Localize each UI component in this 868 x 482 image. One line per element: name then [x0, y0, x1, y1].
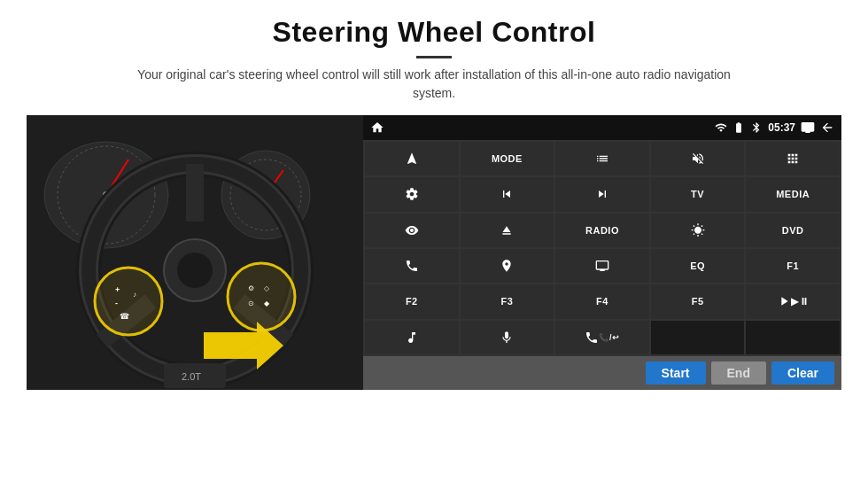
subtitle: Your original car's steering wheel contr…	[124, 66, 744, 103]
svg-point-18	[95, 268, 162, 335]
content-row: + - ♪ ☎ ⚙ ◇ ⊙ ◆ 2.0T	[27, 115, 841, 421]
signal-icon	[750, 121, 763, 134]
btn-apps[interactable]	[746, 142, 840, 175]
btn-f5[interactable]: F5	[651, 284, 745, 318]
button-grid: MODE TV	[363, 140, 841, 356]
head-unit-panel: 05:37 MODE	[363, 115, 841, 390]
btn-tv[interactable]: TV	[651, 177, 745, 211]
btn-360[interactable]	[365, 214, 459, 247]
btn-phone-call[interactable]: 📞/↩	[555, 321, 649, 354]
bottom-bar: Start End Clear	[363, 356, 841, 390]
btn-next[interactable]	[555, 177, 649, 211]
steering-wheel-image: + - ♪ ☎ ⚙ ◇ ⊙ ◆ 2.0T	[27, 115, 363, 390]
back-icon	[820, 120, 834, 135]
btn-empty-6-5	[746, 321, 840, 354]
battery-icon	[732, 121, 745, 134]
btn-mode[interactable]: MODE	[461, 142, 554, 175]
start-button[interactable]: Start	[646, 362, 706, 385]
btn-settings[interactable]	[365, 177, 459, 211]
btn-phone[interactable]	[365, 249, 459, 283]
page-container: Steering Wheel Control Your original car…	[0, 0, 868, 482]
title-section: Steering Wheel Control Your original car…	[27, 16, 841, 115]
btn-media[interactable]: MEDIA	[746, 177, 840, 211]
btn-list[interactable]	[555, 142, 649, 175]
screen-icon	[801, 120, 815, 135]
btn-radio[interactable]: RADIO	[555, 214, 649, 247]
btn-screen[interactable]	[555, 249, 649, 283]
svg-text:⊙: ⊙	[248, 299, 254, 307]
btn-dvd[interactable]: DVD	[746, 214, 840, 247]
svg-text:♪: ♪	[133, 291, 136, 299]
status-right: 05:37	[715, 120, 834, 135]
btn-eject[interactable]	[461, 214, 554, 247]
btn-prev[interactable]	[461, 177, 554, 211]
svg-text:+: +	[115, 285, 120, 294]
end-button[interactable]: End	[711, 362, 766, 385]
btn-play-pause[interactable]: ▶⏸	[746, 284, 840, 318]
time-display: 05:37	[768, 121, 795, 134]
btn-f4[interactable]: F4	[555, 284, 649, 318]
page-title: Steering Wheel Control	[27, 16, 841, 49]
wifi-icon	[715, 121, 727, 134]
clear-button[interactable]: Clear	[771, 362, 834, 385]
btn-f3[interactable]: F3	[461, 284, 554, 318]
btn-navigation[interactable]	[461, 249, 554, 283]
svg-text:2.0T: 2.0T	[182, 371, 201, 382]
btn-navigate[interactable]	[365, 142, 459, 175]
btn-f1[interactable]: F1	[746, 249, 840, 283]
svg-text:-: -	[115, 299, 118, 307]
home-icon	[370, 120, 384, 135]
svg-point-20	[228, 263, 295, 330]
svg-text:◇: ◇	[264, 284, 270, 292]
svg-text:⚙: ⚙	[248, 284, 254, 292]
btn-f2[interactable]: F2	[365, 284, 459, 318]
svg-text:◆: ◆	[264, 299, 270, 307]
svg-point-16	[177, 253, 213, 288]
svg-text:☎: ☎	[120, 312, 129, 321]
title-divider	[416, 56, 452, 58]
btn-brightness[interactable]	[651, 214, 745, 247]
btn-eq[interactable]: EQ	[651, 249, 745, 283]
status-bar: 05:37	[363, 115, 841, 140]
btn-music[interactable]	[365, 321, 459, 354]
status-left	[370, 120, 384, 135]
btn-microphone[interactable]	[461, 321, 554, 354]
btn-mute[interactable]	[651, 142, 745, 175]
btn-empty-6-4	[651, 321, 745, 354]
